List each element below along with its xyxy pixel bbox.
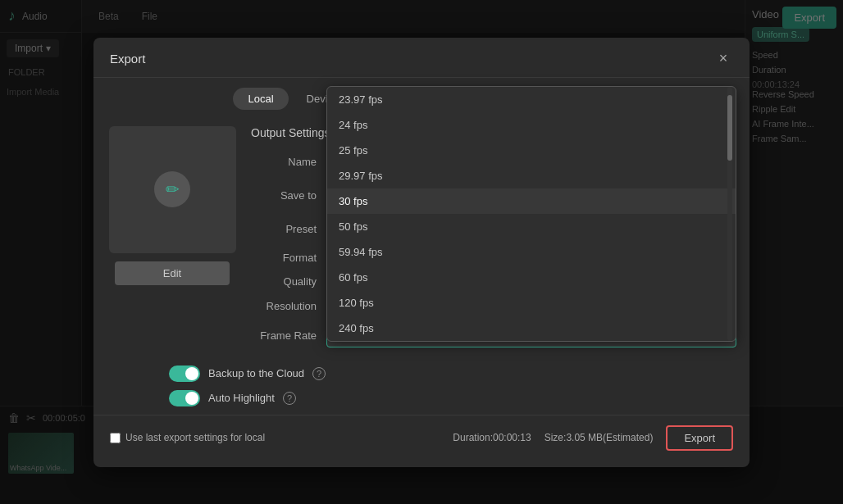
footer-right: Duration:00:00:13 Size:3.05 MB(Estimated…	[453, 425, 733, 451]
last-settings-checkbox-label[interactable]: Use last export settings for local	[110, 432, 265, 443]
close-button[interactable]: ×	[713, 49, 733, 69]
toggles-area: Backup to the Cloud ? Auto Highlight ?	[93, 366, 750, 406]
fps-option-4[interactable]: 30 fps	[327, 188, 736, 214]
settings-form: Output Settings Name ✏ AI Save to Preset…	[251, 120, 736, 359]
backup-toggle-row: Backup to the Cloud ?	[93, 366, 750, 382]
backup-toggle-knob	[185, 367, 198, 380]
last-settings-checkbox[interactable]	[110, 433, 121, 443]
fps-option-8[interactable]: 120 fps	[327, 290, 736, 316]
auto-highlight-toggle-row: Auto Highlight ?	[93, 390, 750, 406]
frame-rate-menu: 23.97 fps 24 fps 25 fps 29.97 fps 30 fps…	[326, 86, 736, 342]
fps-option-7[interactable]: 60 fps	[327, 265, 736, 290]
preview-area: ✏ Edit	[107, 120, 238, 359]
fps-option-0[interactable]: 23.97 fps	[327, 87, 736, 112]
preview-thumbnail: ✏	[109, 126, 236, 253]
auto-highlight-label: Auto Highlight	[208, 392, 275, 404]
last-settings-label: Use last export settings for local	[125, 432, 265, 443]
dropdown-scrollbar	[727, 87, 732, 341]
pencil-icon: ✏	[166, 179, 180, 199]
format-label: Format	[251, 252, 317, 264]
fps-option-1[interactable]: 24 fps	[327, 112, 736, 138]
quality-label: Quality	[251, 275, 317, 288]
fps-option-9[interactable]: 240 fps	[327, 316, 736, 341]
export-modal: Export × Local Device YouTube TikTok Vim…	[93, 38, 750, 467]
modal-header: Export ×	[93, 38, 750, 78]
tab-local[interactable]: Local	[233, 88, 288, 110]
modal-title: Export	[110, 52, 145, 66]
footer-left: Use last export settings for local	[110, 432, 265, 443]
fps-option-2[interactable]: 25 fps	[327, 138, 736, 163]
fps-option-6[interactable]: 59.94 fps	[327, 239, 736, 265]
frame-rate-dropdown[interactable]: 23.97 fps 24 fps 25 fps 29.97 fps 30 fps…	[326, 324, 736, 347]
export-button-footer[interactable]: Export	[666, 425, 733, 451]
preset-label: Preset	[251, 223, 317, 235]
footer-duration: Duration:00:00:13	[453, 432, 531, 443]
auto-highlight-toggle[interactable]	[169, 390, 200, 406]
auto-highlight-toggle-knob	[185, 392, 198, 405]
frame-rate-row: Frame Rate 23.97 fps 24 fps 25 fps 29.97…	[251, 324, 736, 347]
dropdown-scrollbar-thumb	[727, 95, 732, 161]
auto-highlight-help-icon[interactable]: ?	[283, 392, 296, 405]
name-label: Name	[251, 156, 317, 168]
resolution-label: Resolution	[251, 300, 317, 312]
backup-toggle[interactable]	[169, 366, 200, 382]
save-to-label: Save to	[251, 189, 317, 202]
backup-help-icon[interactable]: ?	[312, 367, 326, 380]
footer-size: Size:3.05 MB(Estimated)	[545, 432, 654, 443]
fps-option-3[interactable]: 29.97 fps	[327, 163, 736, 188]
edit-icon-wrap: ✏	[154, 171, 190, 207]
modal-footer: Use last export settings for local Durat…	[93, 415, 750, 451]
edit-button[interactable]: Edit	[115, 261, 230, 285]
backup-label: Backup to the Cloud	[208, 367, 304, 379]
frame-rate-label: Frame Rate	[251, 329, 317, 342]
fps-option-5[interactable]: 50 fps	[327, 214, 736, 239]
modal-body: ✏ Edit Output Settings Name ✏ AI Save to…	[93, 120, 750, 359]
